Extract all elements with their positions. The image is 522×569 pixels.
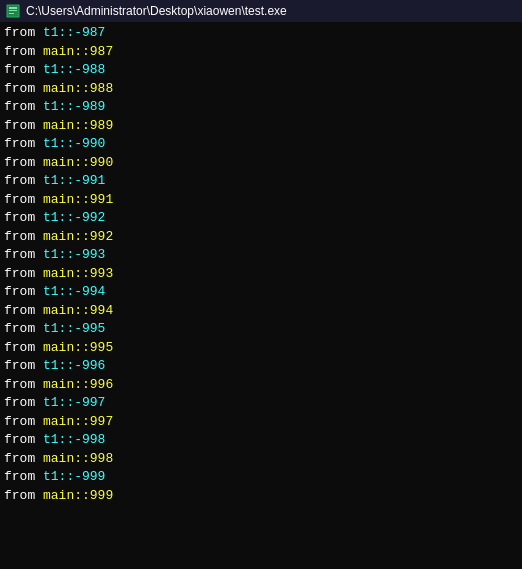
from-keyword: from [4, 358, 43, 373]
console-line: from main::990 [4, 154, 518, 173]
console-line: from t1::-999 [4, 468, 518, 487]
line-value: main::989 [43, 118, 113, 133]
console-line: from t1::-991 [4, 172, 518, 191]
from-keyword: from [4, 395, 43, 410]
line-value: t1::-988 [43, 62, 105, 77]
from-keyword: from [4, 173, 43, 188]
console-line: from main::994 [4, 302, 518, 321]
line-value: t1::-989 [43, 99, 105, 114]
line-value: t1::-997 [43, 395, 105, 410]
console-line: from main::991 [4, 191, 518, 210]
console-line: from t1::-995 [4, 320, 518, 339]
from-keyword: from [4, 469, 43, 484]
console-line: from t1::-990 [4, 135, 518, 154]
console-line: from t1::-988 [4, 61, 518, 80]
from-keyword: from [4, 451, 43, 466]
line-value: main::988 [43, 81, 113, 96]
console-line: from t1::-997 [4, 394, 518, 413]
console-line: from t1::-998 [4, 431, 518, 450]
from-keyword: from [4, 414, 43, 429]
from-keyword: from [4, 377, 43, 392]
line-value: main::995 [43, 340, 113, 355]
line-value: t1::-995 [43, 321, 105, 336]
line-value: t1::-991 [43, 173, 105, 188]
line-value: t1::-992 [43, 210, 105, 225]
line-value: main::998 [43, 451, 113, 466]
line-value: t1::-998 [43, 432, 105, 447]
line-value: main::999 [43, 488, 113, 503]
from-keyword: from [4, 303, 43, 318]
console-line: from main::989 [4, 117, 518, 136]
line-value: main::997 [43, 414, 113, 429]
console-line: from main::996 [4, 376, 518, 395]
line-value: main::996 [43, 377, 113, 392]
line-value: t1::-996 [43, 358, 105, 373]
svg-rect-1 [9, 7, 17, 9]
title-bar: C:\Users\Administrator\Desktop\xiaowen\t… [0, 0, 522, 22]
from-keyword: from [4, 136, 43, 151]
from-keyword: from [4, 118, 43, 133]
from-keyword: from [4, 99, 43, 114]
console-line: from main::987 [4, 43, 518, 62]
from-keyword: from [4, 432, 43, 447]
svg-rect-2 [9, 10, 17, 11]
console-line: from main::993 [4, 265, 518, 284]
line-value: main::990 [43, 155, 113, 170]
from-keyword: from [4, 488, 43, 503]
title-bar-text: C:\Users\Administrator\Desktop\xiaowen\t… [26, 4, 287, 18]
line-value: main::992 [43, 229, 113, 244]
window-icon [6, 4, 20, 18]
console-line: from main::997 [4, 413, 518, 432]
line-value: main::994 [43, 303, 113, 318]
from-keyword: from [4, 229, 43, 244]
console-line: from t1::-992 [4, 209, 518, 228]
from-keyword: from [4, 44, 43, 59]
from-keyword: from [4, 266, 43, 281]
console-line: from t1::-994 [4, 283, 518, 302]
line-value: main::987 [43, 44, 113, 59]
from-keyword: from [4, 284, 43, 299]
from-keyword: from [4, 81, 43, 96]
from-keyword: from [4, 210, 43, 225]
line-value: main::993 [43, 266, 113, 281]
line-value: t1::-993 [43, 247, 105, 262]
from-keyword: from [4, 340, 43, 355]
console-line: from main::999 [4, 487, 518, 506]
console-line: from main::995 [4, 339, 518, 358]
console-line: from t1::-996 [4, 357, 518, 376]
console-line: from t1::-989 [4, 98, 518, 117]
console-line: from main::992 [4, 228, 518, 247]
line-value: t1::-987 [43, 25, 105, 40]
svg-rect-3 [9, 13, 14, 14]
from-keyword: from [4, 62, 43, 77]
from-keyword: from [4, 25, 43, 40]
line-value: t1::-999 [43, 469, 105, 484]
from-keyword: from [4, 321, 43, 336]
console-line: from main::988 [4, 80, 518, 99]
line-value: t1::-990 [43, 136, 105, 151]
console-body: from t1::-987from main::987from t1::-988… [0, 22, 522, 569]
from-keyword: from [4, 247, 43, 262]
from-keyword: from [4, 192, 43, 207]
from-keyword: from [4, 155, 43, 170]
line-value: t1::-994 [43, 284, 105, 299]
console-line: from main::998 [4, 450, 518, 469]
line-value: main::991 [43, 192, 113, 207]
console-line: from t1::-993 [4, 246, 518, 265]
console-line: from t1::-987 [4, 24, 518, 43]
